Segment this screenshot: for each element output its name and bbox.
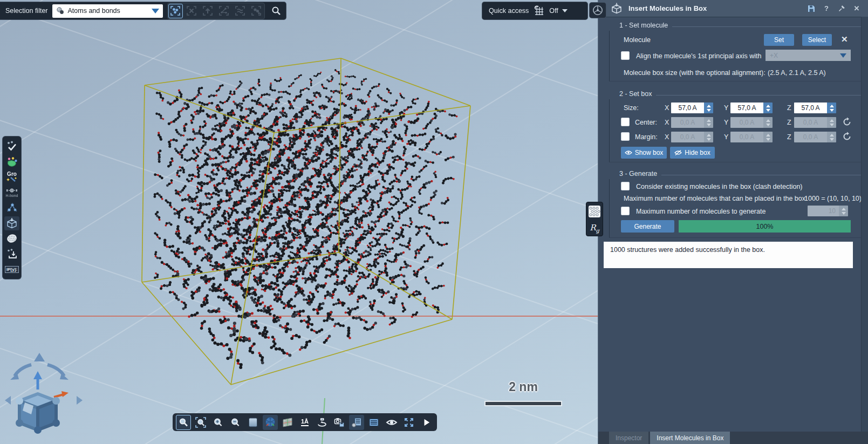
play-button[interactable]: [419, 415, 434, 430]
size-x-input[interactable]: 57,0 A: [671, 103, 713, 113]
selection-filter-dropdown[interactable]: Atoms and bonds: [52, 4, 163, 18]
zoom-selection-button[interactable]: [193, 415, 208, 430]
axis-z-label: Z: [787, 119, 791, 126]
margin-y-value: 0,0 A: [730, 132, 763, 142]
panel-right-gutter: [861, 17, 868, 432]
clear-molecule-button[interactable]: ✕: [841, 35, 848, 44]
view-cube[interactable]: [16, 394, 60, 434]
panel-header-icons: ? ✕: [807, 0, 862, 17]
max-generate-checkbox[interactable]: [621, 207, 630, 215]
align-axis-dropdown[interactable]: +X: [766, 50, 851, 61]
delete-selection-button[interactable]: [184, 4, 199, 18]
validator-tool[interactable]: [4, 139, 19, 153]
margin-x-value: 0,0 A: [671, 132, 704, 142]
export-structures-tool[interactable]: [4, 247, 19, 261]
reset-margin-button[interactable]: [842, 132, 852, 141]
fullscreen-button[interactable]: [401, 415, 416, 430]
molecule-box-size-label: Molecule box size (with the optional ali…: [624, 69, 766, 77]
coarse-grain-tool[interactable]: [4, 155, 19, 169]
nav-left-arrow[interactable]: [5, 396, 11, 405]
snap-grid-icon[interactable]: [532, 4, 545, 17]
size-y-input[interactable]: 57,0 A: [730, 103, 773, 113]
export-selection-button[interactable]: [201, 4, 215, 18]
ipython-console[interactable]: IP[y]:: [4, 262, 19, 276]
camera-wheel-button[interactable]: [589, 2, 606, 18]
reset-center-button[interactable]: [842, 117, 852, 127]
steering-wheel-icon: [592, 4, 604, 16]
select-button[interactable]: [168, 4, 183, 18]
show-box-button[interactable]: Show box: [621, 147, 667, 159]
gromacs-tool[interactable]: Gro: [4, 170, 19, 184]
axis-x-label: X: [665, 119, 669, 126]
generate-button[interactable]: Generate: [621, 220, 674, 233]
molecule-box-size-value: (2.5 A, 2.1 A, 2.5 A): [768, 69, 826, 77]
tab-insert-molecules-in-box[interactable]: Insert Molecules in Box: [650, 432, 730, 444]
molecule-builder-tool[interactable]: [4, 201, 19, 215]
dropdown-arrow-icon[interactable]: [152, 9, 159, 13]
margin-y-input: 0,0 A: [730, 132, 773, 142]
hbond-tool[interactable]: H-bond: [4, 186, 19, 200]
split-selection-button[interactable]: [217, 4, 231, 18]
center-checkbox[interactable]: [621, 118, 630, 126]
nav-up-arrow[interactable]: [34, 353, 45, 361]
background-button[interactable]: [245, 415, 261, 430]
pin-icon[interactable]: [837, 4, 846, 13]
quick-measures-widget: Rg: [586, 202, 603, 236]
align-axis-checkbox[interactable]: [621, 51, 630, 60]
selection-toolbar: Selection filter Atoms and bonds: [0, 2, 286, 20]
size-y-spinner[interactable]: [763, 103, 773, 113]
size-label: Size:: [624, 104, 639, 112]
radius-of-gyration-button[interactable]: Rg: [590, 223, 599, 234]
tab-inspector[interactable]: Inspector: [609, 432, 648, 444]
nanotube-tool[interactable]: [4, 231, 19, 245]
camera-orientation-button[interactable]: [263, 415, 278, 430]
eye-icon: [625, 150, 632, 155]
application-window: 2 nm: [0, 0, 868, 444]
section-rule: [672, 26, 862, 27]
grid-plane-button[interactable]: [280, 415, 295, 430]
atoms-bonds-icon: [56, 6, 65, 15]
size-z-spinner[interactable]: [827, 103, 836, 113]
close-icon[interactable]: ✕: [852, 4, 862, 13]
set-molecule-button[interactable]: Set: [764, 34, 794, 46]
select-similar-button[interactable]: [233, 4, 248, 18]
zoom-out-button[interactable]: [228, 415, 243, 430]
molecule-label: Molecule: [624, 36, 651, 44]
scene-canvas[interactable]: [0, 0, 598, 444]
save-icon[interactable]: [807, 4, 816, 13]
section-title: 2 - Set box: [619, 90, 652, 98]
graphene-sheet-button[interactable]: [588, 205, 601, 218]
group-selection-button[interactable]: [249, 4, 264, 18]
show-box-label: Show box: [635, 149, 664, 156]
presentation-button[interactable]: [366, 415, 381, 430]
viewport-settings-button[interactable]: [349, 415, 364, 430]
turntable-button[interactable]: [315, 415, 330, 430]
max-generate-input: 10: [808, 206, 848, 216]
visibility-button[interactable]: [384, 415, 399, 430]
size-x-spinner[interactable]: [704, 103, 713, 113]
axis-y-label: Y: [724, 104, 728, 112]
zoom-in-button[interactable]: [210, 415, 225, 430]
margin-checkbox[interactable]: [621, 132, 630, 141]
status-message-box: 1000 structures were added successfully …: [604, 242, 853, 268]
snapshot-button[interactable]: [332, 415, 347, 430]
y-axis-arrow-head: [33, 371, 42, 379]
scale-1a-button[interactable]: 1Å: [297, 415, 312, 430]
insert-in-box-tool[interactable]: [4, 216, 19, 230]
panel-header: Insert Molecules in Box ?: [598, 0, 868, 17]
hide-box-button[interactable]: Hide box: [670, 147, 715, 159]
search-button[interactable]: [269, 4, 284, 18]
insert-molecules-panel: Insert Molecules in Box ?: [598, 0, 868, 444]
view-toolbar: 1Å: [173, 413, 437, 431]
max-capacity-label: Maximum number of molecules that can be …: [624, 195, 807, 202]
zoom-tool-button[interactable]: [176, 415, 191, 430]
quick-access-chevron-icon[interactable]: [562, 9, 568, 12]
viewport-3d[interactable]: 2 nm: [0, 0, 598, 444]
nav-right-arrow[interactable]: [77, 396, 83, 405]
navigation-cube[interactable]: [3, 345, 84, 434]
select-molecule-button[interactable]: Select: [802, 34, 832, 46]
clash-detection-checkbox[interactable]: [621, 182, 630, 190]
panel-tab-bar: Inspector Insert Molecules in Box: [598, 432, 868, 444]
size-z-input[interactable]: 57,0 A: [794, 103, 836, 113]
help-icon[interactable]: ?: [822, 4, 831, 13]
